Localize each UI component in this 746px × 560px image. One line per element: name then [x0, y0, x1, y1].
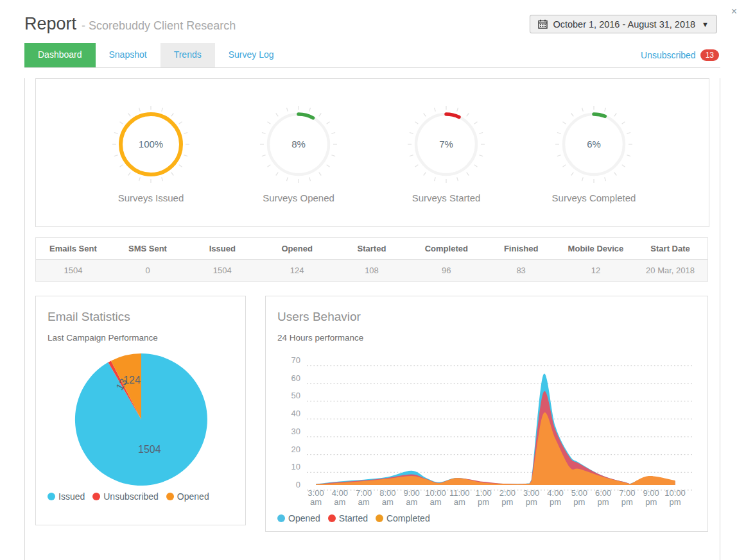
legend-item-unsubscribed[interactable]: Unsubscribed	[92, 491, 159, 502]
dashboard-panel: 100% Surveys Issued 8% Surveys Opened 7%…	[24, 78, 720, 560]
svg-text:am: am	[358, 497, 370, 507]
email-statistics-pie-chart: 150413124	[48, 346, 234, 486]
cell-finished: 83	[483, 260, 558, 282]
cell-start-date: 20 Mar, 2018	[633, 260, 707, 282]
legend-dot-issued	[48, 493, 55, 500]
email-statistics-title: Email Statistics	[48, 309, 234, 325]
summary-table-header-row: Emails Sent SMS Sent Issued Opened Start…	[36, 238, 708, 260]
svg-text:40: 40	[291, 409, 300, 418]
legend-label: Completed	[386, 513, 430, 523]
svg-text:pm: pm	[573, 497, 585, 507]
cell-mobile-device: 12	[559, 260, 633, 282]
svg-text:1:00: 1:00	[475, 488, 491, 498]
pie-legend: Issued Unsubscribed Opened	[48, 491, 234, 502]
users-behavior-area-chart: 0102030405060703:00am4:00am7:00am8:00am9…	[277, 346, 696, 508]
tab-dashboard[interactable]: Dashboard	[24, 43, 96, 67]
tab-survey-log[interactable]: Survey Log	[215, 43, 288, 67]
svg-text:50: 50	[291, 391, 300, 400]
svg-text:pm: pm	[645, 497, 657, 507]
col-header: Finished	[483, 238, 558, 260]
gauge-wrap: 6%	[552, 103, 636, 186]
legend-dot-completed	[376, 514, 383, 522]
tab-spacer	[288, 43, 639, 67]
svg-text:3:00: 3:00	[523, 488, 539, 498]
gauge-label: Surveys Opened	[263, 192, 334, 203]
svg-text:am: am	[406, 497, 417, 507]
legend-item-opened[interactable]: Opened	[277, 513, 320, 523]
calendar-icon	[538, 19, 548, 29]
cell-sms-sent: 0	[110, 260, 185, 282]
svg-text:pm: pm	[478, 497, 489, 507]
email-statistics-panel: Email Statistics Last Campaign Performan…	[35, 296, 246, 525]
legend-item-issued[interactable]: Issued	[48, 491, 85, 502]
svg-text:4:00: 4:00	[332, 488, 348, 498]
svg-text:6:00: 6:00	[595, 488, 611, 498]
legend-label: Unsubscribed	[103, 491, 159, 502]
col-header: Emails Sent	[36, 238, 110, 260]
gauge-wrap: 8%	[257, 103, 340, 186]
page-header: Report - Scorebuddy Client Research Octo…	[24, 14, 717, 34]
page-title: Report	[24, 14, 76, 34]
col-header: SMS Sent	[110, 238, 185, 260]
page-subtitle: - Scorebuddy Client Research	[82, 19, 236, 33]
unsubscribed-count-badge: 13	[700, 49, 719, 61]
gauge-surveys-issued: 100% Surveys Issued	[77, 103, 225, 203]
summary-table: Emails Sent SMS Sent Issued Opened Start…	[35, 237, 708, 282]
svg-text:pm: pm	[526, 497, 537, 507]
svg-text:20: 20	[291, 445, 300, 454]
svg-text:10:00: 10:00	[664, 488, 686, 498]
svg-text:11:00: 11:00	[449, 488, 470, 498]
gauge-label: Surveys Completed	[552, 192, 636, 203]
svg-text:pm: pm	[621, 497, 633, 507]
svg-text:am: am	[429, 497, 441, 507]
svg-text:60: 60	[291, 373, 300, 383]
legend-dot-unsubscribed	[92, 493, 100, 500]
cell-opened: 124	[259, 260, 334, 282]
gauge-value: 100%	[109, 103, 193, 186]
gauge-label: Surveys Started	[412, 192, 481, 203]
gauges-panel: 100% Surveys Issued 8% Surveys Opened 7%…	[35, 78, 709, 227]
svg-text:pm: pm	[669, 497, 681, 507]
date-range-button[interactable]: October 1, 2016 - August 31, 2018 ▼	[530, 15, 717, 33]
svg-text:2:00: 2:00	[499, 488, 516, 498]
email-statistics-subtitle: Last Campaign Performance	[48, 333, 234, 343]
svg-text:10: 10	[291, 462, 300, 471]
svg-text:pm: pm	[598, 497, 609, 507]
close-icon[interactable]: ×	[731, 6, 737, 17]
col-header: Start Date	[633, 238, 707, 260]
svg-text:pm: pm	[501, 497, 513, 507]
svg-text:9:00: 9:00	[643, 488, 659, 498]
tab-snapshot[interactable]: Snapshot	[96, 43, 160, 67]
unsubscribed-link[interactable]: Unsubscribed	[641, 50, 696, 60]
cell-started: 108	[334, 260, 409, 282]
cell-completed: 96	[409, 260, 483, 282]
title-wrap: Report - Scorebuddy Client Research	[24, 14, 236, 34]
gauge-label: Surveys Issued	[118, 192, 184, 203]
table-row: 1504 0 1504 124 108 96 83 12 20 Mar, 201…	[36, 260, 708, 282]
col-header: Issued	[185, 238, 259, 260]
tab-trends[interactable]: Trends	[160, 43, 215, 67]
charts-row: Email Statistics Last Campaign Performan…	[35, 296, 709, 532]
legend-item-completed[interactable]: Completed	[376, 513, 430, 523]
users-behavior-subtitle: 24 Hours performance	[277, 333, 696, 343]
gauge-wrap: 7%	[404, 103, 488, 186]
legend-label: Issued	[58, 491, 85, 502]
legend-item-opened[interactable]: Opened	[166, 491, 209, 502]
svg-text:4:00: 4:00	[547, 488, 563, 498]
legend-dot-opened	[166, 493, 174, 500]
svg-text:am: am	[334, 497, 345, 507]
legend-label: Opened	[288, 513, 320, 523]
col-header: Completed	[409, 238, 483, 260]
gauge-value: 8%	[257, 103, 340, 186]
legend-label: Started	[339, 513, 368, 523]
svg-text:1504: 1504	[138, 444, 161, 455]
gauge-value: 6%	[552, 103, 636, 186]
svg-text:7:00: 7:00	[356, 488, 372, 498]
svg-text:am: am	[382, 497, 394, 507]
users-behavior-title: Users Behavior	[277, 309, 696, 325]
area-legend: Opened Started Completed	[277, 513, 696, 523]
cell-emails-sent: 1504	[36, 260, 110, 282]
cell-issued: 1504	[185, 260, 259, 282]
users-behavior-panel: Users Behavior 24 Hours performance 0102…	[265, 296, 708, 532]
legend-item-started[interactable]: Started	[328, 513, 368, 523]
